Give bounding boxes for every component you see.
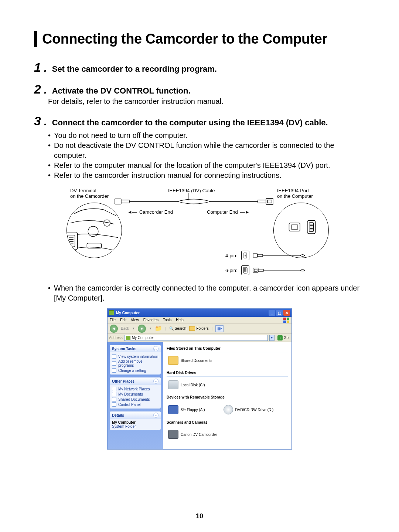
address-label: Address — [109, 336, 123, 340]
folder-icon — [168, 356, 178, 365]
link-my-network-places[interactable]: My Network Places — [112, 386, 158, 392]
forward-dropdown-icon[interactable]: ▼ — [149, 327, 152, 330]
other-places-header: Other Places — [112, 379, 134, 383]
step-title-2: Activate the DV CONTROL function. — [52, 86, 191, 96]
link-change-setting[interactable]: Change a setting — [112, 368, 158, 373]
bullet-icon: • — [48, 140, 54, 160]
pin4-label: 4-pin: — [225, 253, 238, 258]
pin6-label: 6-pin: — [225, 268, 238, 273]
item-label: 3½ Floppy (A:) — [181, 408, 205, 412]
forward-button[interactable]: ► — [138, 325, 146, 333]
close-button[interactable]: ✕ — [283, 310, 290, 316]
menu-file[interactable]: File — [110, 318, 116, 322]
maximize-button[interactable]: ▢ — [276, 310, 283, 316]
svg-rect-0 — [67, 232, 78, 250]
bullet-icon: • — [48, 160, 54, 170]
menu-edit[interactable]: Edit — [120, 318, 126, 322]
search-label: Search — [175, 326, 187, 331]
svg-rect-40 — [258, 269, 263, 271]
svg-point-6 — [88, 226, 98, 237]
up-button[interactable]: 📁 — [155, 325, 162, 332]
link-label: Control Panel — [118, 403, 141, 407]
item-floppy-a[interactable]: 3½ Floppy (A:) — [168, 405, 205, 414]
menu-favorites[interactable]: Favorites — [143, 318, 158, 322]
details-sub: System Folder — [112, 424, 158, 428]
floppy-icon — [168, 405, 178, 414]
item-label: Local Disk (C:) — [181, 383, 205, 387]
link-label: My Documents — [118, 392, 143, 396]
search-button[interactable]: 🔍Search — [169, 326, 187, 331]
svg-rect-24 — [267, 200, 272, 203]
menu-view[interactable]: View — [131, 318, 139, 322]
link-label: View system information — [118, 355, 158, 359]
svg-rect-42 — [283, 318, 286, 320]
dv-terminal-label-2: on the Camcorder — [70, 193, 109, 199]
link-my-documents[interactable]: My Documents — [112, 392, 158, 397]
go-arrow-icon: → — [277, 335, 283, 340]
go-label: Go — [284, 336, 289, 340]
minimize-button[interactable]: _ — [269, 310, 275, 316]
pin6-cable-icon — [253, 267, 308, 273]
pin6-connector-icon — [241, 265, 249, 275]
section-scanners-cameras: Scanners and Cameras — [167, 419, 288, 426]
camcorder-icon — [168, 430, 178, 439]
port-label-2: on the Computer — [277, 193, 313, 199]
link-control-panel[interactable]: Control Panel — [112, 402, 158, 407]
section-removable-storage: Devices with Removable Storage — [167, 394, 288, 401]
step-number-3: 3 — [34, 114, 41, 128]
after-diagram-bullet: When the camcorder is correctly connecte… — [54, 283, 365, 303]
svg-rect-44 — [283, 321, 286, 323]
menu-tools[interactable]: Tools — [163, 318, 171, 322]
cable-label: IEEE1394 (DV) Cable — [168, 188, 215, 193]
window-title: My Computer — [116, 311, 140, 315]
link-label: My Network Places — [118, 387, 150, 391]
step-title-3: Connect the camcorder to the computer us… — [52, 118, 328, 128]
item-dvd-drive-d[interactable]: DVD/CD-RW Drive (D:) — [224, 405, 274, 414]
section-hard-disk-drives: Hard Disk Drives — [167, 369, 288, 377]
menu-help[interactable]: Help — [176, 318, 184, 322]
details-panel: Details︿ My Computer System Folder — [110, 411, 161, 430]
pin4-cable-icon — [253, 253, 308, 258]
address-field[interactable]: My Computer — [124, 335, 268, 341]
svg-rect-22 — [258, 200, 266, 203]
address-dropdown[interactable]: ▼ — [269, 335, 274, 341]
dv-terminal-label-1: DV Terminal — [70, 188, 109, 193]
svg-rect-9 — [289, 223, 300, 231]
item-local-disk-c[interactable]: Local Disk (C:) — [168, 380, 205, 389]
arrow-left-icon: ◄— — [127, 209, 137, 215]
bullet-icon: • — [48, 170, 54, 180]
back-button[interactable]: ◄ — [110, 325, 118, 333]
item-canon-dv-camcorder[interactable]: Canon DV Camcorder — [168, 430, 217, 439]
go-button[interactable]: → Go — [276, 335, 290, 340]
system-tasks-header: System Tasks — [112, 347, 136, 351]
views-button[interactable]: ▦▾ — [215, 325, 224, 332]
step3-bullet-4: Refer to the camcorder instruction manua… — [54, 170, 282, 180]
chevron-up-icon[interactable]: ︿ — [153, 379, 158, 384]
link-label: Change a setting — [118, 369, 146, 373]
step3-bullet-1: You do not need to turn off the computer… — [54, 131, 187, 140]
computer-end-label: Computer End — [207, 209, 238, 215]
link-shared-documents[interactable]: Shared Documents — [112, 397, 158, 402]
back-dropdown-icon[interactable]: ▼ — [132, 327, 135, 330]
dot: . — [44, 116, 47, 128]
svg-rect-39 — [254, 269, 257, 271]
address-computer-icon — [126, 336, 130, 340]
item-shared-documents[interactable]: Shared Documents — [168, 356, 212, 365]
svg-rect-18 — [115, 199, 121, 204]
disk-icon — [168, 380, 178, 389]
camcorder-end-label: Camcorder End — [139, 209, 173, 215]
chevron-up-icon[interactable]: ︿ — [153, 346, 158, 351]
address-value: My Computer — [132, 336, 154, 340]
item-label: Canon DV Camcorder — [181, 433, 217, 437]
folders-button[interactable]: Folders — [189, 326, 208, 331]
titlebar[interactable]: My Computer _ ▢ ✕ — [108, 309, 291, 317]
step-title-1: Set the camcorder to a recording program… — [52, 64, 217, 74]
port-label-1: IEEE1394 Port — [277, 188, 313, 193]
folders-label: Folders — [196, 326, 208, 331]
step-number-2: 2 — [34, 82, 41, 96]
link-add-remove-programs[interactable]: Add or remove programs — [112, 359, 158, 368]
details-title: My Computer — [112, 420, 158, 424]
search-icon: 🔍 — [169, 326, 174, 331]
link-view-system-info[interactable]: View system information — [112, 354, 158, 359]
chevron-up-icon[interactable]: ︿ — [153, 413, 158, 418]
